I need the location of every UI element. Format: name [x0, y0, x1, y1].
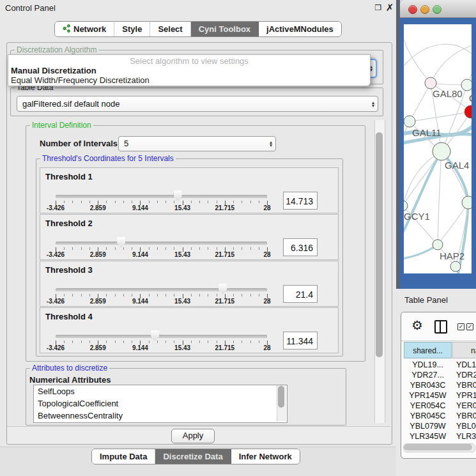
threshold-slider-track[interactable] [56, 288, 267, 291]
numerical-attributes-list[interactable]: SelfLoopsTopologicalCoefficientBetweenne… [33, 385, 288, 423]
table-row[interactable]: YBR043CYBR0 [404, 380, 476, 390]
axis-tick [233, 201, 234, 203]
table-panel-title: Table Panel [404, 295, 448, 305]
close-icon[interactable]: ✗ [385, 3, 395, 13]
column-header-name[interactable]: na [452, 342, 476, 358]
dropdown-hint: Select algorithm to view settings [8, 56, 370, 66]
screen: Control Panel ❒ ✗ NetworkStyleSelectCyni… [0, 0, 476, 476]
network-node-gal4[interactable] [433, 142, 450, 160]
table-row[interactable]: YBL079WYBL0 [404, 421, 476, 431]
axis-tick [64, 294, 65, 296]
network-node[interactable] [450, 261, 461, 272]
network-node-gal11[interactable] [404, 116, 415, 127]
dropdown-option-manual-discretization[interactable]: Manual Discretization [10, 66, 369, 75]
axis-tick [157, 201, 158, 203]
columns-icon[interactable] [434, 320, 447, 334]
threshold-slider-handle[interactable] [151, 330, 159, 341]
table-row[interactable]: YER054CYER0 [404, 401, 476, 411]
axis-tick [208, 247, 208, 250]
axis-tick [157, 341, 158, 343]
tab-network[interactable]: Network [55, 22, 114, 36]
axis-tick [115, 201, 116, 203]
cell-name: YLR3 [456, 431, 476, 441]
axis-tick [89, 341, 90, 343]
spinner-arrows-icon: ▴▾ [372, 101, 374, 107]
number-of-intervals-combobox[interactable]: 5 ▴▾ [118, 136, 276, 151]
close-traffic-light-icon[interactable] [408, 5, 417, 14]
table-row[interactable]: YLR345WYLR3 [404, 431, 476, 441]
column-header-shared-name[interactable]: shared... [404, 342, 452, 358]
network-node-hap2[interactable] [433, 240, 443, 250]
gear-icon[interactable]: ⚙ [411, 318, 423, 333]
table-row[interactable]: YPR145WYPR1 [404, 390, 476, 401]
table-row[interactable]: YDL19...YDL1 [404, 360, 476, 370]
attribute-item-betweennesscentrality[interactable]: BetweennessCentrality [34, 410, 287, 422]
network-node-label: GAL11 [412, 127, 441, 138]
attribute-item-selfloops[interactable]: SelfLoops [34, 385, 287, 397]
checkbox-icon[interactable]: ✓ [466, 323, 473, 330]
threshold-slider-handle[interactable] [219, 284, 227, 295]
tab-select[interactable]: Select [150, 22, 190, 36]
network-node-h[interactable] [462, 196, 472, 209]
tab-label: Discretize Data [163, 452, 222, 461]
network-node-label: HAP2 [440, 250, 464, 261]
axis-tick [199, 201, 200, 203]
tab-style[interactable]: Style [114, 22, 150, 36]
axis-tick-label: 28 [263, 204, 270, 211]
attributes-group-label: Attributes to discretize [30, 364, 109, 372]
threshold-value-field[interactable]: 6.316 [283, 238, 318, 256]
threshold-slider-handle[interactable] [174, 190, 182, 201]
threshold-slider-track[interactable] [56, 242, 267, 245]
tab-jactivemnodules[interactable]: jActiveMNodules [259, 22, 341, 36]
checkbox-icon[interactable]: ✓ [457, 323, 464, 330]
threshold-value-field[interactable]: 11.344 [283, 332, 318, 349]
tab-label: Infer Network [239, 452, 292, 461]
threshold-panel-1: Threshold 1-3.4262.8599.14415.4321.71528… [40, 167, 339, 213]
number-of-intervals-label: Number of Intervals [40, 139, 118, 148]
zoom-traffic-light-icon[interactable] [433, 5, 441, 14]
dropdown-option-equal-width-frequency[interactable]: Equal Width/Frequency Discretization [10, 75, 369, 85]
threshold-axis-labels: -3.4262.8599.14415.4321.71528 [56, 251, 267, 258]
axis-tick [132, 341, 132, 343]
network-node-gcy1[interactable] [404, 201, 408, 211]
threshold-value-field[interactable]: 21.4 [283, 285, 318, 303]
axis-tick [149, 201, 150, 203]
threshold-slider-track[interactable] [56, 335, 267, 338]
control-panel-titlebar: Control Panel ❒ ✗ [0, 0, 396, 17]
apply-button[interactable]: Apply [171, 429, 215, 443]
threshold-slider-track[interactable] [56, 195, 267, 198]
tab-infer-network[interactable]: Infer Network [231, 449, 300, 464]
tab-impute-data[interactable]: Impute Data [92, 449, 155, 464]
settings-scrollbar-thumb[interactable] [376, 132, 383, 357]
axis-tick [199, 341, 200, 343]
network-node-label: GCY1 [404, 211, 430, 222]
table-row[interactable]: YDR27...YDR2 [404, 370, 476, 380]
axis-tick [81, 201, 82, 203]
float-window-icon[interactable]: ❒ [373, 3, 383, 13]
axis-tick [174, 201, 174, 203]
network-node-gal80[interactable] [425, 77, 436, 89]
minimize-traffic-light-icon[interactable] [420, 5, 429, 14]
network-window-titlebar[interactable] [400, 0, 476, 18]
attributes-scrollbar-thumb[interactable] [278, 386, 284, 408]
cell-shared-name: YER054C [404, 401, 452, 411]
axis-tick [72, 341, 73, 343]
table-row[interactable]: YBR045CYBR0 [404, 411, 476, 421]
threshold-panel-2: Threshold 2-3.4262.8599.14415.4321.71528… [40, 214, 339, 260]
table-data-combobox[interactable]: galFiltered.sif default node ▴▾ [17, 96, 378, 112]
axis-tick [64, 201, 65, 203]
axis-tick [217, 201, 217, 203]
axis-tick [259, 201, 259, 203]
threshold-value-field[interactable]: 14.713 [283, 192, 318, 210]
network-node-ga[interactable] [461, 79, 472, 91]
control-panel-title: Control Panel [5, 3, 56, 13]
table-hscrollbar-thumb[interactable] [404, 444, 472, 450]
threshold-label: Threshold 2 [45, 219, 93, 228]
network-canvas[interactable]: GAL80GACGAL11GAL4GCY1HHAP2 [404, 24, 472, 273]
tab-discretize-data[interactable]: Discretize Data [155, 449, 231, 464]
axis-tick-label: -3.426 [47, 204, 65, 211]
axis-tick-label: 2.859 [90, 251, 106, 258]
threshold-slider-handle[interactable] [117, 237, 125, 248]
tab-cyni-toolbox[interactable]: Cyni Toolbox [191, 22, 259, 36]
attribute-item-topologicalcoefficient[interactable]: TopologicalCoefficient [34, 397, 287, 410]
